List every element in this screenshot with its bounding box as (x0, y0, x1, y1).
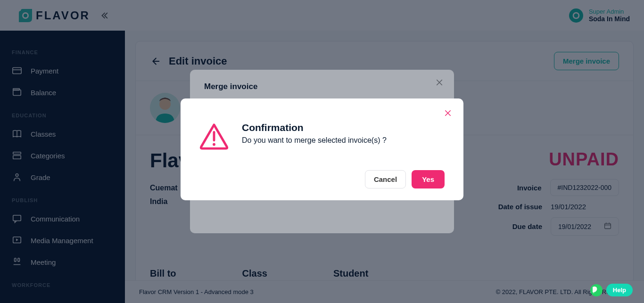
confirm-body: Confirmation Do you want to merge select… (199, 122, 445, 151)
confirm-title: Confirmation (242, 122, 387, 133)
confirm-text-block: Confirmation Do you want to merge select… (242, 122, 387, 145)
confirmation-modal: Confirmation Do you want to merge select… (181, 98, 463, 200)
whatsapp-icon[interactable] (590, 284, 603, 296)
cancel-button[interactable]: Cancel (365, 170, 406, 188)
svg-point-24 (213, 143, 215, 146)
help-bubble: Help (590, 284, 633, 296)
close-icon[interactable] (445, 109, 451, 119)
confirm-text: Do you want to merge selected invoice(s)… (242, 136, 387, 145)
yes-button[interactable]: Yes (412, 170, 445, 188)
warning-triangle-icon (199, 122, 229, 151)
help-button[interactable]: Help (606, 284, 633, 296)
confirm-actions: Cancel Yes (199, 170, 445, 188)
